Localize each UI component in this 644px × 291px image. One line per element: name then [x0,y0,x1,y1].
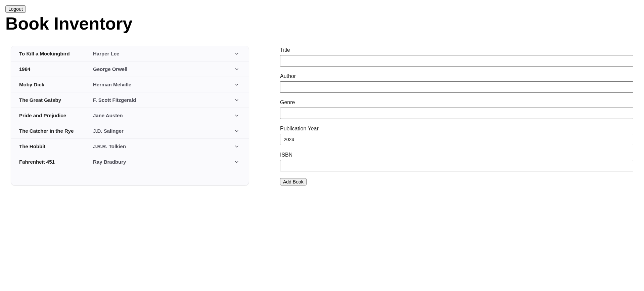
book-author: J.R.R. Tolkien [93,143,233,149]
book-title: The Great Gatsby [19,97,93,103]
book-author: Ray Bradbury [93,159,233,165]
chevron-down-icon [233,159,241,165]
author-label: Author [280,73,633,79]
book-author: Herman Melville [93,82,233,87]
genre-input[interactable] [280,108,633,119]
isbn-input[interactable] [280,160,633,171]
book-row[interactable]: The HobbitJ.R.R. Tolkien [11,139,249,154]
book-row[interactable]: The Catcher in the RyeJ.D. Salinger [11,123,249,139]
book-author: F. Scott Fitzgerald [93,97,233,103]
main-container: To Kill a MockingbirdHarper Lee1984Georg… [5,46,639,185]
add-book-form: Title Author Genre Publication Year ISBN… [280,46,633,185]
chevron-down-icon [233,67,241,72]
book-title: Pride and Prejudice [19,113,93,118]
chevron-down-icon [233,113,241,118]
book-author: Jane Austen [93,113,233,118]
book-author: J.D. Salinger [93,128,233,134]
book-author: George Orwell [93,66,233,72]
chevron-down-icon [233,97,241,103]
book-row[interactable]: Moby DickHerman Melville [11,77,249,92]
book-row[interactable]: To Kill a MockingbirdHarper Lee [11,46,249,61]
book-title: Fahrenheit 451 [19,159,93,165]
title-input[interactable] [280,55,633,67]
page-title: Book Inventory [5,13,639,34]
book-author: Harper Lee [93,51,233,56]
book-title: The Catcher in the Rye [19,128,93,134]
book-title: To Kill a Mockingbird [19,51,93,56]
chevron-down-icon [233,128,241,134]
pubyear-label: Publication Year [280,126,633,132]
title-label: Title [280,47,633,53]
book-list: To Kill a MockingbirdHarper Lee1984Georg… [11,46,249,185]
add-book-button[interactable]: Add Book [280,178,307,185]
book-row[interactable]: The Great GatsbyF. Scott Fitzgerald [11,92,249,108]
book-row[interactable]: Pride and PrejudiceJane Austen [11,108,249,123]
book-row[interactable]: 1984George Orwell [11,61,249,77]
genre-label: Genre [280,99,633,106]
chevron-down-icon [233,144,241,149]
book-title: The Hobbit [19,143,93,149]
author-input[interactable] [280,81,633,93]
chevron-down-icon [233,51,241,56]
isbn-label: ISBN [280,152,633,158]
book-title: 1984 [19,66,93,72]
book-title: Moby Dick [19,82,93,87]
pubyear-input[interactable] [280,134,633,145]
logout-button[interactable]: Logout [5,5,26,13]
book-row[interactable]: Fahrenheit 451Ray Bradbury [11,154,249,169]
chevron-down-icon [233,82,241,87]
